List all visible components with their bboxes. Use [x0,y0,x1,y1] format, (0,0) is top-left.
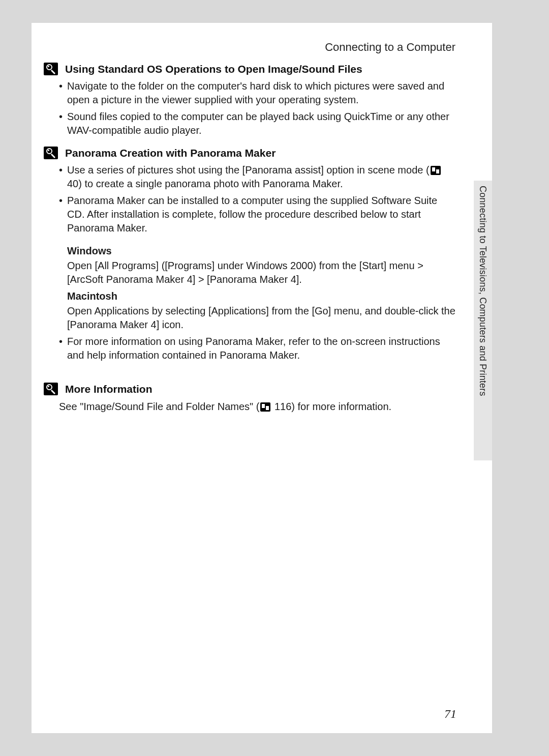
note-pencil-icon [44,383,58,395]
svg-point-3 [48,150,49,151]
chapter-tab-label: Connecting to Televisions, Computers and… [477,186,488,396]
os-body-windows: Open [All Programs] ([Programs] under Wi… [67,259,455,286]
page-content: Using Standard OS Operations to Open Ima… [44,59,455,414]
svg-point-1 [48,66,49,67]
os-label-windows: Windows [67,244,455,258]
page-ref-icon [431,166,441,175]
bullet-item: Use a series of pictures shot using the … [59,163,455,191]
text-part: ) for more information. [291,401,391,412]
section-title: More Information [65,383,152,395]
bullet-text-part: Use a series of pictures shot using the … [67,164,430,176]
note-pencil-icon [44,147,58,159]
os-body-macintosh: Open Applications by selecting [Applicat… [67,304,455,332]
section-heading-os-operations: Using Standard OS Operations to Open Ima… [44,63,455,75]
os-label-macintosh: Macintosh [67,289,455,303]
bullet-item: For more information on using Panorama M… [59,335,455,362]
svg-point-0 [47,65,52,70]
paragraph: See "Image/Sound File and Folder Names" … [59,399,455,414]
section-heading-panorama: Panorama Creation with Panorama Maker [44,147,455,159]
page-ref-number: 116 [274,401,291,412]
text-part: See "Image/Sound File and Folder Names" … [59,401,259,412]
manual-page: Connecting to a Computer Using Standard … [32,23,492,733]
bullet-text: Panorama Maker can be installed to a com… [67,195,437,234]
page-background: Connecting to a Computer Using Standard … [0,0,549,756]
section-title: Using Standard OS Operations to Open Ima… [65,63,362,75]
bullet-item: Navigate to the folder on the computer's… [59,79,455,107]
bullet-text: For more information on using Panorama M… [67,336,440,361]
bullet-item: Panorama Maker can be installed to a com… [59,194,455,235]
bullet-text: Sound files copied to the computer can b… [67,111,449,136]
svg-point-5 [48,386,49,387]
page-header-title: Connecting to a Computer [325,41,455,54]
bullet-list: For more information on using Panorama M… [44,335,455,362]
note-pencil-icon [44,63,58,75]
bullet-list: Navigate to the folder on the computer's… [44,79,455,137]
os-instructions: Windows Open [All Programs] ([Programs] … [67,244,455,332]
section-title: Panorama Creation with Panorama Maker [65,147,276,159]
page-ref-number: 40 [67,178,78,189]
bullet-list: Use a series of pictures shot using the … [44,163,455,235]
bullet-item: Sound files copied to the computer can b… [59,110,455,137]
bullet-text-part: ) to create a single panorama photo with… [78,178,343,189]
svg-point-4 [47,385,52,390]
svg-point-2 [47,149,52,154]
page-number: 71 [444,707,456,721]
page-ref-icon [260,402,270,412]
section-heading-more-info: More Information [44,383,455,395]
bullet-text: Navigate to the folder on the computer's… [67,80,444,105]
